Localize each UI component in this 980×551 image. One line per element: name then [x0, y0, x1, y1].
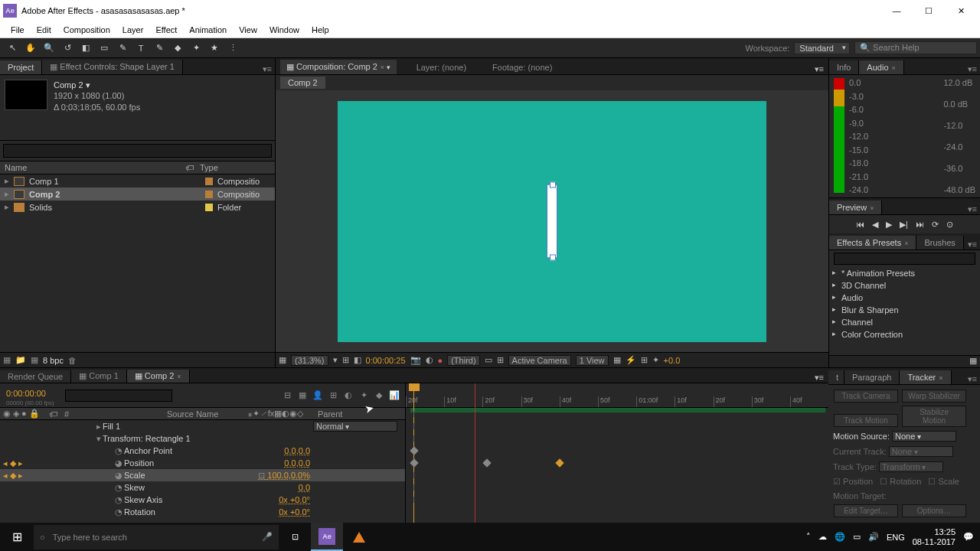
panel-menu-icon[interactable]: ▾≡ [968, 204, 977, 214]
panel-menu-icon[interactable]: ▾≡ [968, 64, 977, 74]
first-frame-icon[interactable]: ⏮ [856, 220, 864, 229]
pen-tool-icon[interactable]: ✎ [115, 41, 130, 56]
keyframe-selected-icon[interactable] [555, 458, 564, 467]
snapshot-icon[interactable]: 📷 [410, 355, 421, 365]
auto-keyframe-icon[interactable]: ◆ [373, 390, 385, 402]
timeline-search-input[interactable] [65, 390, 172, 402]
shape-layer-rectangle[interactable] [547, 185, 557, 258]
show-channel-icon[interactable]: ◐ [426, 355, 433, 365]
guides-icon[interactable]: ⊞ [497, 355, 504, 365]
last-frame-icon[interactable]: ⏭ [916, 220, 924, 229]
taskbar-search[interactable]: ○ Type here to search 🎤 [34, 525, 279, 549]
effects-category[interactable]: Color Correction [829, 328, 980, 341]
tab-render-queue[interactable]: Render Queue [0, 370, 71, 383]
panel-menu-icon[interactable]: ▾≡ [263, 64, 272, 74]
zoom-tool-icon[interactable]: 🔍 [41, 41, 57, 56]
panel-menu-icon[interactable]: ▾≡ [968, 240, 977, 249]
close-icon[interactable]: × [939, 374, 942, 382]
motion-source-dropdown[interactable]: None ▾ [892, 431, 956, 442]
panel-menu-icon[interactable]: ▾≡ [815, 373, 824, 383]
rect-tool-icon[interactable]: ▭ [96, 41, 112, 56]
time-ruler[interactable]: 20f 10f 20f 30f 40f 50f 01:00f 10f 20f 3… [406, 383, 828, 408]
tray-network-icon[interactable]: 🌐 [835, 532, 845, 542]
timeline-tracks[interactable]: I I I I I I [406, 408, 828, 530]
effects-category[interactable]: Audio [829, 292, 980, 304]
effects-footer-icon[interactable]: ▦ [829, 355, 980, 367]
hand-tool-icon[interactable]: ✋ [23, 41, 38, 56]
view-dropdown[interactable]: 1 View [576, 355, 609, 366]
column-label-icon[interactable]: 🏷 [185, 163, 194, 172]
menu-animation[interactable]: Animation [183, 24, 233, 36]
effects-search-input[interactable] [834, 253, 975, 265]
mic-icon[interactable]: 🎤 [262, 532, 273, 542]
current-time-display[interactable]: 0:00:00:00 00000 (60.00 fps) [0, 385, 60, 406]
panel-menu-icon[interactable]: ▾≡ [968, 374, 977, 384]
maximize-button[interactable]: ☐ [913, 2, 945, 20]
tray-onedrive-icon[interactable]: ☁ [818, 532, 827, 542]
puppet-tool-icon[interactable]: ⋮ [225, 41, 240, 56]
column-source-name[interactable]: Source Name [167, 409, 234, 419]
property-value[interactable]: 0.0,0.0 [284, 458, 310, 468]
rotate-tool-icon[interactable]: ↺ [60, 41, 75, 56]
start-button[interactable]: ⊞ [0, 530, 34, 544]
keyframe-nav[interactable]: ◂ ◆ ▸ [3, 471, 80, 481]
prev-frame-icon[interactable]: ◀ [872, 220, 878, 230]
brush-tool-icon[interactable]: ✎ [152, 41, 167, 56]
checkbox-position[interactable]: ☑ Position [833, 477, 873, 486]
blend-mode-dropdown[interactable]: Normal ▾ [313, 421, 397, 432]
menu-help[interactable]: Help [305, 24, 335, 36]
options-button[interactable]: Options… [902, 504, 966, 517]
close-icon[interactable]: × [892, 64, 896, 72]
loop-icon[interactable]: ⟳ [932, 220, 939, 230]
property-row-position[interactable]: ◂ ◆ ▸ ◕ Position 0.0,0.0 [0, 457, 405, 469]
tab-effects-presets[interactable]: Effects & Presets× [829, 236, 916, 249]
eraser-tool-icon[interactable]: ✦ [188, 41, 204, 56]
notifications-icon[interactable]: 💬 [963, 532, 974, 542]
brainstorm-icon[interactable]: ✦ [358, 390, 370, 402]
taskbar-vlc[interactable] [343, 523, 375, 551]
tab-brushes[interactable]: Brushes [916, 236, 963, 249]
effects-category[interactable]: * Animation Presets [829, 267, 980, 279]
menu-window[interactable]: Window [263, 24, 305, 36]
current-track-dropdown[interactable]: None ▾ [889, 446, 953, 457]
property-value[interactable]: 0x +0.0° [279, 495, 310, 504]
menu-edit[interactable]: Edit [31, 24, 57, 36]
stopwatch-icon[interactable]: ◔ [115, 495, 124, 505]
resolution-dropdown[interactable]: (Third) [447, 355, 479, 366]
tab-align-icon[interactable]: t [828, 370, 844, 384]
property-row-rotation[interactable]: ◔ Rotation 0x +0.0° [0, 506, 405, 518]
play-icon[interactable]: ▶ [886, 220, 892, 230]
tab-comp1-timeline[interactable]: ▦ Comp 1 [71, 370, 127, 383]
keyframe-icon[interactable] [482, 458, 491, 467]
stopwatch-icon[interactable]: ◔ [115, 507, 124, 517]
keyframe-nav[interactable]: ◂ ◆ ▸ [3, 458, 80, 468]
property-row-scale[interactable]: ◂ ◆ ▸ ◕ Scale ⊡ 100.0,0.0% [0, 469, 405, 481]
project-thumbnail[interactable] [5, 80, 47, 110]
frame-blend-icon[interactable]: ⊞ [327, 390, 339, 402]
tab-preview[interactable]: Preview× [829, 201, 882, 214]
effects-category[interactable]: Blur & Sharpen [829, 304, 980, 316]
close-icon[interactable]: × [870, 204, 874, 212]
exposure-value[interactable]: +0.0 [664, 356, 681, 365]
pixel-aspect-icon[interactable]: ▦ [613, 355, 621, 365]
task-view-icon[interactable]: ⊡ [279, 523, 311, 551]
column-parent[interactable]: Parent [318, 409, 402, 419]
motion-blur-icon[interactable]: ◐ [342, 390, 354, 402]
draft-3d-icon[interactable]: ▦ [296, 390, 309, 402]
property-value[interactable]: ⊡ 100.0,0.0% [258, 471, 310, 481]
tab-audio[interactable]: Audio× [859, 60, 903, 74]
flowchart-icon[interactable]: ✦ [652, 355, 659, 365]
interpret-footage-icon[interactable]: ▦ [3, 355, 11, 365]
taskbar-after-effects[interactable]: Ae [311, 523, 343, 551]
menu-layer[interactable]: Layer [116, 24, 150, 36]
twirl-icon[interactable]: ▸ [5, 189, 9, 199]
composition-viewport[interactable] [276, 90, 828, 352]
menu-view[interactable]: View [233, 24, 263, 36]
tab-tracker[interactable]: Tracker× [900, 370, 951, 384]
track-type-dropdown[interactable]: Transform ▾ [879, 461, 943, 472]
tray-language[interactable]: ENG [887, 533, 905, 542]
track-motion-button[interactable]: Track Motion [834, 414, 898, 427]
property-row-skewaxis[interactable]: ◔ Skew Axis 0x +0.0° [0, 494, 405, 506]
effects-category[interactable]: 3D Channel [829, 279, 980, 292]
project-item-solids[interactable]: ▸ Solids Folder [0, 201, 275, 214]
